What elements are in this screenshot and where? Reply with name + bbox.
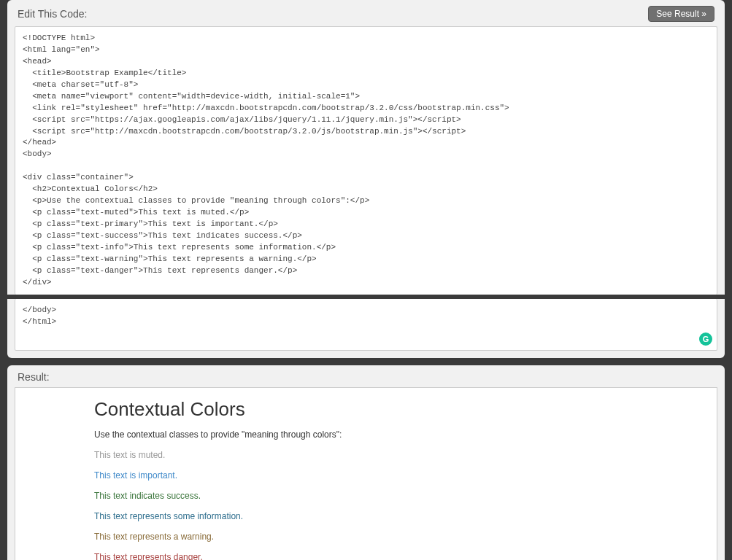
text-danger-line: This text represents danger.	[94, 551, 638, 560]
text-muted-line: This text is muted.	[94, 448, 638, 462]
code-text-lower[interactable]: </body> </html>	[15, 299, 717, 350]
text-info-line: This text represents some information.	[94, 510, 638, 523]
text-success-line: This text indicates success.	[94, 489, 638, 502]
result-panel: Result: Contextual Colors Use the contex…	[7, 365, 725, 560]
code-text-upper[interactable]: <!DOCTYPE html> <html lang="en"> <head> …	[15, 27, 717, 295]
text-warning-line: This text represents a warning.	[94, 530, 638, 543]
grammarly-icon[interactable]: G	[699, 332, 712, 346]
see-result-button[interactable]: See Result »	[648, 6, 714, 22]
edit-header: Edit This Code: See Result »	[7, 0, 725, 26]
code-editor-upper[interactable]: <!DOCTYPE html> <html lang="en"> <head> …	[15, 26, 717, 295]
result-title: Result:	[7, 365, 725, 387]
result-heading: Contextual Colors	[94, 398, 638, 421]
edit-title: Edit This Code:	[18, 8, 87, 20]
edit-panel: Edit This Code: See Result » <!DOCTYPE h…	[7, 0, 725, 358]
text-primary-line: This text is important.	[94, 469, 638, 482]
result-frame: Contextual Colors Use the contextual cla…	[15, 387, 717, 560]
result-intro: Use the contextual classes to provide "m…	[94, 428, 638, 441]
code-editor-lower[interactable]: </body> </html> G	[15, 299, 717, 351]
